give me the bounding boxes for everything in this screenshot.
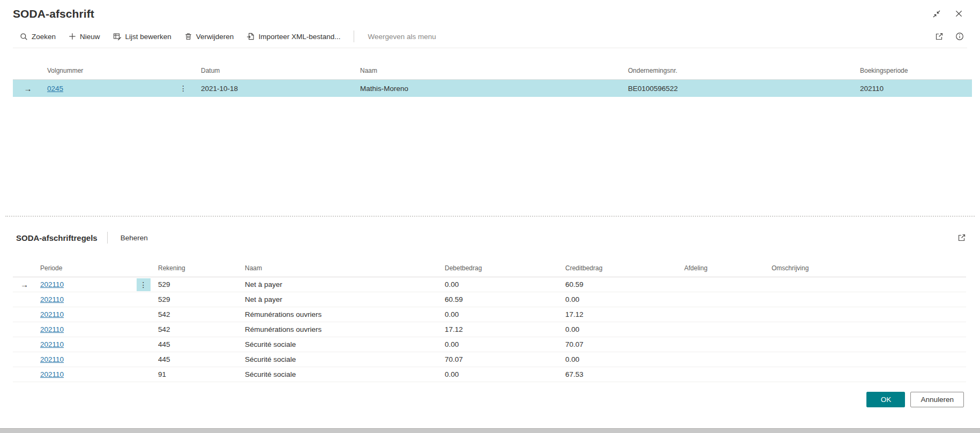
- column-header-omschrijving[interactable]: Omschrijving: [772, 262, 966, 277]
- rekening-cell[interactable]: 542: [158, 307, 245, 322]
- ondernemingsnr-cell[interactable]: BE0100596522: [628, 80, 860, 97]
- collapse-icon[interactable]: [932, 10, 941, 18]
- periode-link[interactable]: 202110: [40, 370, 64, 378]
- line-row[interactable]: 202110 542 Rémunérations ouvriers 17.12 …: [13, 322, 966, 337]
- omschrijving-cell[interactable]: [772, 307, 966, 322]
- section-divider: [107, 232, 108, 244]
- column-header-naam[interactable]: Naam: [245, 262, 445, 277]
- page-bottom-strip: [0, 428, 980, 433]
- omschrijving-cell[interactable]: [772, 352, 966, 367]
- column-header-naam[interactable]: Naam: [360, 64, 628, 79]
- debetbedrag-cell[interactable]: 60.59: [445, 292, 565, 307]
- creditbedrag-cell[interactable]: 17.12: [565, 307, 684, 322]
- creditbedrag-cell[interactable]: 0.00: [565, 292, 684, 307]
- omschrijving-cell[interactable]: [772, 292, 966, 307]
- column-header-creditbedrag[interactable]: Creditbedrag: [565, 262, 684, 277]
- rekening-cell[interactable]: 445: [158, 352, 245, 367]
- afdeling-cell[interactable]: [684, 337, 772, 352]
- column-header-boekingsperiode[interactable]: Boekingsperiode: [860, 64, 972, 79]
- afdeling-cell[interactable]: [684, 367, 772, 382]
- beheren-menu-button[interactable]: Beheren: [117, 232, 151, 244]
- cancel-button[interactable]: Annuleren: [910, 392, 964, 407]
- periode-link[interactable]: 202110: [40, 310, 64, 318]
- empty-cell: [13, 352, 40, 367]
- empty-cell: [13, 322, 40, 337]
- naam-cell[interactable]: Net à payer: [245, 292, 445, 307]
- creditbedrag-cell[interactable]: 60.59: [565, 277, 684, 292]
- rekening-cell[interactable]: 542: [158, 322, 245, 337]
- rekening-cell[interactable]: 91: [158, 367, 245, 382]
- periode-link[interactable]: 202110: [40, 355, 64, 363]
- volgnummer-link[interactable]: 0245: [47, 85, 63, 93]
- column-header-ondernemingsnr[interactable]: Ondernemingsnr.: [628, 64, 860, 79]
- info-icon[interactable]: [955, 32, 964, 41]
- omschrijving-cell[interactable]: [772, 277, 966, 292]
- rekening-cell[interactable]: 529: [158, 292, 245, 307]
- debetbedrag-cell[interactable]: 0.00: [445, 367, 565, 382]
- debetbedrag-cell[interactable]: 0.00: [445, 277, 565, 292]
- column-header-periode[interactable]: Periode: [40, 262, 137, 277]
- rekening-cell[interactable]: 529: [158, 277, 245, 292]
- column-header-datum[interactable]: Datum: [201, 64, 360, 79]
- periode-link[interactable]: 202110: [40, 340, 64, 348]
- table-row[interactable]: → 0245 ⋮ 2021-10-18 Mathis-Moreno BE0100…: [13, 80, 972, 97]
- naam-cell[interactable]: Sécurité sociale: [245, 352, 445, 367]
- row-more-icon[interactable]: ⋮: [179, 80, 201, 97]
- debetbedrag-cell[interactable]: 0.00: [445, 337, 565, 352]
- import-xml-button[interactable]: Importeer XML-bestand...: [241, 30, 346, 43]
- boekingsperiode-cell[interactable]: 202110: [860, 80, 972, 97]
- periode-link[interactable]: 202110: [40, 295, 64, 303]
- naam-cell[interactable]: Mathis-Moreno: [360, 80, 628, 97]
- empty-cell: [179, 64, 201, 79]
- afdeling-cell[interactable]: [684, 352, 772, 367]
- new-button[interactable]: Nieuw: [63, 31, 106, 43]
- column-header-volgnummer[interactable]: Volgnummer: [47, 64, 179, 79]
- row-more-icon[interactable]: ⋮: [137, 278, 151, 291]
- line-row[interactable]: → 202110 ⋮ 529 Net à payer 0.00 60.59: [13, 277, 966, 292]
- rekening-cell[interactable]: 445: [158, 337, 245, 352]
- delete-button[interactable]: Verwijderen: [178, 30, 240, 43]
- trash-icon: [184, 32, 192, 41]
- column-header-debetbedrag[interactable]: Debetbedrag: [445, 262, 565, 277]
- naam-cell[interactable]: Rémunérations ouvriers: [245, 307, 445, 322]
- line-row[interactable]: 202110 542 Rémunérations ouvriers 0.00 1…: [13, 307, 966, 322]
- omschrijving-cell[interactable]: [772, 367, 966, 382]
- naam-cell[interactable]: Sécurité sociale: [245, 367, 445, 382]
- share-icon[interactable]: [935, 32, 944, 41]
- line-row[interactable]: 202110 529 Net à payer 60.59 0.00: [13, 292, 966, 307]
- edit-list-icon: [113, 32, 122, 41]
- edit-list-button[interactable]: Lijst bewerken: [107, 30, 177, 43]
- debetbedrag-cell[interactable]: 17.12: [445, 322, 565, 337]
- close-icon[interactable]: [955, 10, 963, 18]
- line-row[interactable]: 202110 445 Sécurité sociale 70.07 0.00: [13, 352, 966, 367]
- omschrijving-cell[interactable]: [772, 337, 966, 352]
- show-as-menu-button[interactable]: Weergeven als menu: [362, 31, 442, 43]
- naam-cell[interactable]: Rémunérations ouvriers: [245, 322, 445, 337]
- afdeling-cell[interactable]: [684, 322, 772, 337]
- toolbar-right: [935, 32, 966, 41]
- soda-statements-table: Volgnummer Datum Naam Ondernemingsnr. Bo…: [13, 64, 972, 97]
- afdeling-cell[interactable]: [684, 292, 772, 307]
- omschrijving-cell[interactable]: [772, 322, 966, 337]
- line-row[interactable]: 202110 445 Sécurité sociale 0.00 70.07: [13, 337, 966, 352]
- debetbedrag-cell[interactable]: 70.07: [445, 352, 565, 367]
- naam-cell[interactable]: Net à payer: [245, 277, 445, 292]
- periode-link[interactable]: 202110: [40, 280, 64, 288]
- datum-cell[interactable]: 2021-10-18: [201, 80, 360, 97]
- afdeling-cell[interactable]: [684, 277, 772, 292]
- search-button[interactable]: Zoeken: [14, 31, 62, 43]
- creditbedrag-cell[interactable]: 67.53: [565, 367, 684, 382]
- share-icon[interactable]: [957, 233, 966, 242]
- naam-cell[interactable]: Sécurité sociale: [245, 337, 445, 352]
- creditbedrag-cell[interactable]: 70.07: [565, 337, 684, 352]
- afdeling-cell[interactable]: [684, 307, 772, 322]
- column-header-afdeling[interactable]: Afdeling: [684, 262, 772, 277]
- creditbedrag-cell[interactable]: 0.00: [565, 352, 684, 367]
- periode-link[interactable]: 202110: [40, 325, 64, 333]
- empty-cell: [137, 352, 158, 367]
- line-row[interactable]: 202110 91 Sécurité sociale 0.00 67.53: [13, 367, 966, 382]
- creditbedrag-cell[interactable]: 0.00: [565, 322, 684, 337]
- ok-button[interactable]: OK: [866, 392, 905, 407]
- debetbedrag-cell[interactable]: 0.00: [445, 307, 565, 322]
- column-header-rekening[interactable]: Rekening: [158, 262, 245, 277]
